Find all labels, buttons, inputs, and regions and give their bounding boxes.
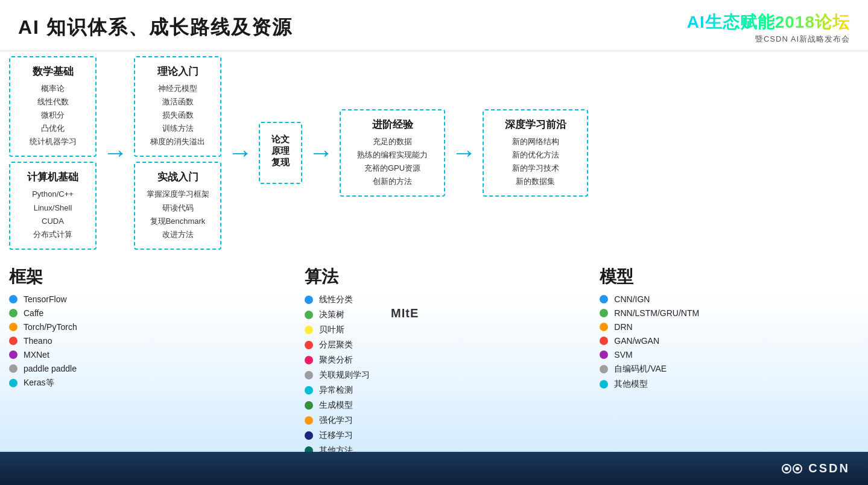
models-list: CNN/IGNRNN/LSTM/GRU/NTMDRNGAN/wGANSVM自编码… [600, 294, 859, 390]
logo-main: AI生态赋能2018论坛 [687, 11, 850, 34]
csdn-text: CSDN [808, 461, 850, 475]
list-item: 贝叶斯 [305, 325, 564, 335]
list-item: 其他模型 [600, 379, 859, 390]
list-item: MXNet [9, 350, 268, 360]
logo-sub: 暨CSDN AI新战略发布会 [755, 34, 850, 45]
algorithms-list: 线性分类决策树贝叶斯分层聚类聚类分析关联规则学习异常检测生成模型强化学习迁移学习… [305, 294, 564, 456]
list-item: SVM [600, 350, 859, 360]
list-item: 关联规则学习 [305, 370, 564, 381]
cs-basics-items: Python/C++Linux/ShellCUDA分布式计算 [21, 188, 84, 241]
math-basics-items: 概率论线性代数微积分凸优化统计机器学习 [21, 82, 84, 148]
arrow-1: → [103, 138, 128, 167]
list-item: 聚类分析 [305, 355, 564, 366]
list-item: Torch/PyTorch [9, 322, 268, 332]
arrow-4: → [451, 138, 477, 167]
header: AI 知识体系、成长路线及资源 AI生态赋能2018论坛 暨CSDN AI新战略… [0, 0, 868, 51]
theory-intro-items: 神经元模型激活函数损失函数训练方法梯度的消失溢出 [146, 82, 209, 148]
frameworks-title: 框架 [9, 265, 268, 288]
list-item: 强化学习 [305, 415, 564, 426]
arrow-3: → [308, 138, 334, 167]
list-item: Theano [9, 336, 268, 346]
list-item: CNN/IGN [600, 294, 859, 304]
algorithms-section: 算法 线性分类决策树贝叶斯分层聚类聚类分析关联规则学习异常检测生成模型强化学习迁… [268, 265, 564, 449]
arrow-2: → [227, 138, 253, 167]
header-logo: AI生态赋能2018论坛 暨CSDN AI新战略发布会 [687, 11, 850, 45]
models-section: 模型 CNN/IGNRNN/LSTM/GRU/NTMDRNGAN/wGANSVM… [563, 265, 859, 449]
practice-intro-items: 掌握深度学习框架研读代码复现Benchmark改进方法 [146, 188, 209, 241]
list-item: 自编码机/VAE [600, 364, 859, 375]
list-item: 线性分类 [305, 294, 564, 305]
list-item: paddle paddle [9, 364, 268, 373]
bottom-bar: CSDN [0, 452, 868, 485]
list-item: 分层聚类 [305, 340, 564, 350]
cs-basics-box: 计算机基础 Python/C++Linux/ShellCUDA分布式计算 [9, 162, 97, 249]
cs-basics-title: 计算机基础 [21, 170, 84, 184]
list-item: 生成模型 [305, 400, 564, 411]
paper-box: 论文原理复现 [259, 122, 302, 184]
math-basics-box: 数学基础 概率论线性代数微积分凸优化统计机器学习 [9, 56, 97, 157]
advanced-title: 进阶经验 [352, 118, 433, 132]
svg-point-3 [796, 467, 799, 471]
models-title: 模型 [600, 265, 859, 288]
svg-point-1 [785, 467, 788, 471]
csdn-logo-icon [781, 457, 803, 480]
math-basics-title: 数学基础 [21, 65, 84, 78]
practice-intro-box: 实战入门 掌握深度学习框架研读代码复现Benchmark改进方法 [134, 162, 221, 249]
page-title: AI 知识体系、成长路线及资源 [18, 14, 293, 41]
list-item: 决策树 [305, 309, 564, 320]
list-item: Keras等 [9, 378, 268, 388]
list-item: DRN [600, 322, 859, 332]
deep-frontier-items: 新的网络结构新的优化方法新的学习技术新的数据集 [495, 135, 576, 188]
list-item: GAN/wGAN [600, 336, 859, 346]
frameworks-list: TensorFlowCaffeTorch/PyTorchTheanoMXNetp… [9, 294, 268, 388]
deep-frontier-box: 深度学习前沿 新的网络结构新的优化方法新的学习技术新的数据集 [483, 109, 588, 197]
theory-intro-title: 理论入门 [146, 65, 209, 78]
algorithms-title: 算法 [305, 265, 564, 288]
advanced-items: 充足的数据熟练的编程实现能力充裕的GPU资源创新的方法 [352, 135, 433, 188]
mite-label: MItE [391, 306, 419, 320]
list-item: Caffe [9, 308, 268, 318]
theory-intro-box: 理论入门 神经元模型激活函数损失函数训练方法梯度的消失溢出 [134, 56, 221, 157]
deep-frontier-title: 深度学习前沿 [495, 118, 576, 132]
frameworks-section: 框架 TensorFlowCaffeTorch/PyTorchTheanoMXN… [9, 265, 268, 449]
list-item: 迁移学习 [305, 430, 564, 441]
paper-title: 论文原理复现 [267, 134, 294, 168]
practice-intro-title: 实战入门 [146, 170, 209, 184]
list-item: RNN/LSTM/GRU/NTM [600, 308, 859, 318]
advanced-box: 进阶经验 充足的数据熟练的编程实现能力充裕的GPU资源创新的方法 [340, 109, 445, 197]
list-item: 异常检测 [305, 385, 564, 396]
list-item: TensorFlow [9, 294, 268, 304]
